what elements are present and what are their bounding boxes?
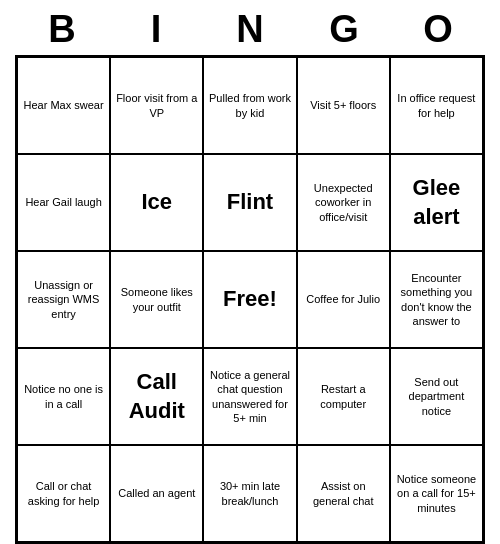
bingo-cell: Encounter something you don't know the a… xyxy=(390,251,483,348)
bingo-cell: In office request for help xyxy=(390,57,483,154)
title-letter: B xyxy=(34,8,90,51)
bingo-cell: Visit 5+ floors xyxy=(297,57,390,154)
bingo-cell: Restart a computer xyxy=(297,348,390,445)
bingo-cell: Pulled from work by kid xyxy=(203,57,296,154)
title-letter: I xyxy=(128,8,184,51)
bingo-cell: Send out department notice xyxy=(390,348,483,445)
bingo-cell: Ice xyxy=(110,154,203,251)
bingo-cell: Flint xyxy=(203,154,296,251)
title-letter: N xyxy=(222,8,278,51)
bingo-title: BINGO xyxy=(15,0,485,55)
bingo-cell: Free! xyxy=(203,251,296,348)
bingo-cell: Notice someone on a call for 15+ minutes xyxy=(390,445,483,542)
bingo-grid: Hear Max swearFloor visit from a VPPulle… xyxy=(15,55,485,544)
bingo-cell: 30+ min late break/lunch xyxy=(203,445,296,542)
bingo-cell: Notice a general chat question unanswere… xyxy=(203,348,296,445)
title-letter: O xyxy=(410,8,466,51)
bingo-cell: Call Audit xyxy=(110,348,203,445)
bingo-cell: Unexpected coworker in office/visit xyxy=(297,154,390,251)
bingo-cell: Hear Gail laugh xyxy=(17,154,110,251)
bingo-cell: Coffee for Julio xyxy=(297,251,390,348)
bingo-cell: Someone likes your outfit xyxy=(110,251,203,348)
bingo-cell: Called an agent xyxy=(110,445,203,542)
title-letter: G xyxy=(316,8,372,51)
bingo-cell: Hear Max swear xyxy=(17,57,110,154)
bingo-cell: Call or chat asking for help xyxy=(17,445,110,542)
bingo-cell: Floor visit from a VP xyxy=(110,57,203,154)
bingo-cell: Assist on general chat xyxy=(297,445,390,542)
bingo-cell: Glee alert xyxy=(390,154,483,251)
bingo-cell: Notice no one is in a call xyxy=(17,348,110,445)
bingo-cell: Unassign or reassign WMS entry xyxy=(17,251,110,348)
